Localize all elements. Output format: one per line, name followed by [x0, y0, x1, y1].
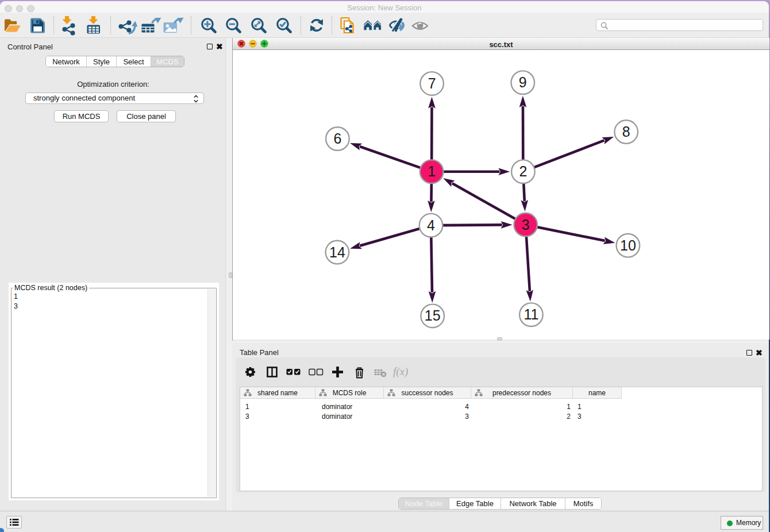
svg-text:9: 9 [519, 74, 527, 90]
svg-text:3: 3 [522, 217, 530, 233]
svg-text:14: 14 [329, 244, 345, 260]
svg-text:15: 15 [425, 307, 441, 323]
svg-text:1: 1 [428, 163, 436, 179]
svg-text:4: 4 [427, 217, 435, 233]
svg-text:8: 8 [622, 124, 630, 140]
svg-text:7: 7 [428, 75, 436, 91]
svg-text:6: 6 [333, 130, 341, 147]
svg-text:10: 10 [620, 237, 636, 253]
svg-text:11: 11 [523, 306, 538, 322]
svg-text:f(x): f(x) [393, 366, 408, 378]
svg-text:2: 2 [519, 163, 527, 179]
